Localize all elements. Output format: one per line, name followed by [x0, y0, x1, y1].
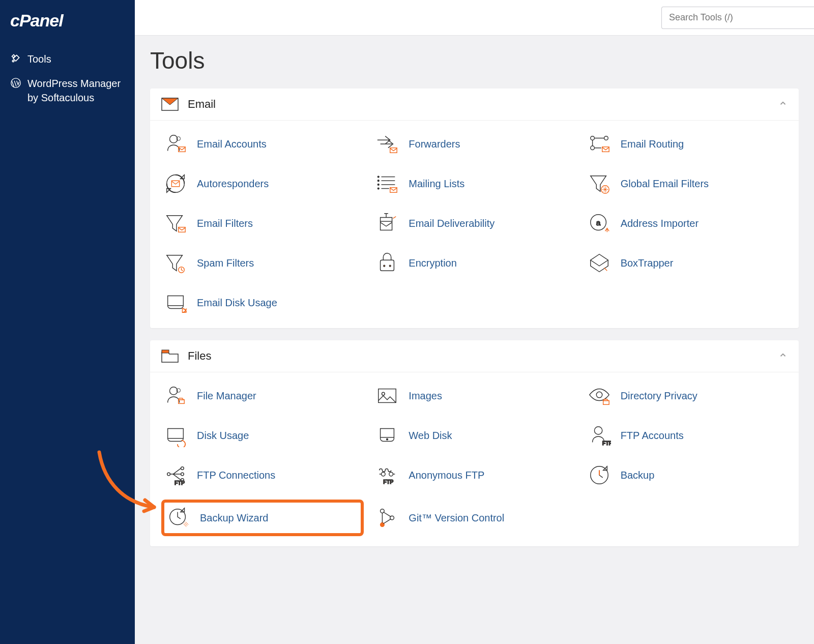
encryption-icon — [375, 251, 399, 275]
git-version-control-icon — [375, 506, 399, 530]
tool-label: FTP Connections — [197, 470, 275, 481]
svg-point-16 — [378, 180, 380, 182]
topbar — [135, 0, 814, 36]
tool-label: Directory Privacy — [621, 390, 697, 402]
mailing-lists-icon — [375, 171, 399, 196]
tool-label: Git™ Version Control — [409, 512, 504, 524]
tool-label: Encryption — [409, 257, 457, 269]
forwarders-icon — [375, 132, 399, 156]
sidebar-item-wordpress-manager[interactable]: WordPress Manager by Softaculous — [10, 71, 125, 110]
email-filters-icon — [163, 211, 188, 236]
svg-point-52 — [389, 472, 393, 476]
backup-wizard-icon — [166, 506, 191, 530]
anonymous-ftp-icon: FTP — [375, 463, 399, 487]
tool-git-version-control[interactable]: Git™ Version Control — [373, 500, 575, 536]
tool-email-filters[interactable]: Email Filters — [161, 208, 364, 239]
svg-point-43 — [387, 438, 388, 440]
tool-anonymous-ftp[interactable]: FTP Anonymous FTP — [373, 460, 575, 490]
tool-label: Email Routing — [621, 138, 684, 150]
panel-body-email: Email Accounts Forwarders — [150, 121, 799, 328]
panel-header-files[interactable]: Files — [150, 340, 799, 372]
svg-text:cPanel: cPanel — [10, 11, 64, 30]
tool-email-routing[interactable]: Email Routing — [585, 129, 788, 159]
directory-privacy-icon — [587, 384, 612, 408]
tool-address-importer[interactable]: a Address Importer — [585, 208, 788, 239]
tool-disk-usage[interactable]: Disk Usage — [161, 420, 364, 451]
disk-usage-icon — [163, 423, 188, 448]
sidebar-item-tools[interactable]: Tools — [10, 47, 125, 71]
tool-label: File Manager — [197, 390, 256, 402]
tool-backup[interactable]: Backup — [585, 460, 788, 490]
svg-rect-22 — [390, 188, 397, 193]
page-title: Tools — [150, 47, 799, 74]
chevron-up-icon — [778, 99, 788, 110]
svg-point-46 — [167, 473, 170, 476]
svg-point-18 — [378, 184, 380, 185]
tool-encryption[interactable]: Encryption — [373, 248, 575, 278]
panel-header-email[interactable]: Email — [150, 89, 799, 121]
tool-label: Address Importer — [621, 218, 699, 229]
tool-email-deliverability[interactable]: Email Deliverability — [373, 208, 575, 239]
tool-ftp-connections[interactable]: FTP FTP Connections — [161, 460, 364, 490]
svg-text:FTP: FTP — [602, 440, 610, 446]
tool-label: Email Filters — [197, 218, 253, 229]
svg-point-47 — [181, 467, 184, 470]
svg-rect-13 — [171, 181, 179, 187]
tool-directory-privacy[interactable]: Directory Privacy — [585, 380, 788, 411]
svg-point-30 — [384, 265, 385, 267]
cpanel-logo: cPanel — [10, 11, 125, 31]
svg-point-14 — [378, 176, 380, 178]
svg-point-10 — [590, 146, 594, 150]
sidebar-item-label: Tools — [27, 52, 125, 66]
tool-file-manager[interactable]: File Manager — [161, 380, 364, 411]
backup-icon — [587, 463, 612, 487]
chevron-up-icon — [778, 350, 788, 362]
tool-label: BoxTrapper — [621, 257, 674, 269]
svg-rect-25 — [381, 221, 392, 230]
tool-ftp-accounts[interactable]: FTP FTP Accounts — [585, 420, 788, 451]
svg-point-51 — [382, 472, 386, 476]
tool-spam-filters[interactable]: Spam Filters — [161, 248, 364, 278]
tool-autoresponders[interactable]: Autoresponders — [161, 168, 364, 199]
tool-label: Forwarders — [409, 138, 460, 150]
tool-label: Backup — [621, 470, 655, 481]
tool-label: Disk Usage — [197, 430, 249, 442]
tool-label: Email Deliverability — [409, 218, 495, 229]
tools-icon — [10, 53, 21, 64]
svg-rect-40 — [603, 401, 609, 405]
svg-point-20 — [378, 188, 380, 189]
svg-point-1 — [12, 60, 14, 62]
tool-boxtrapper[interactable]: BoxTrapper — [585, 248, 788, 278]
svg-rect-33 — [162, 350, 169, 353]
svg-point-48 — [181, 473, 184, 476]
svg-point-38 — [382, 392, 385, 395]
tool-label: Mailing Lists — [409, 178, 464, 190]
email-disk-usage-icon — [163, 290, 188, 315]
search-input[interactable] — [661, 7, 814, 29]
tool-web-disk[interactable]: Web Disk — [373, 420, 575, 451]
tool-label: FTP Accounts — [621, 430, 684, 442]
panel-files: Files File Manager — [150, 340, 799, 546]
sidebar-item-label: WordPress Manager by Softaculous — [27, 76, 125, 105]
svg-text:FTP: FTP — [384, 479, 394, 485]
tool-backup-wizard[interactable]: Backup Wizard — [161, 500, 364, 536]
section-title: Email — [188, 98, 778, 111]
tool-label: Email Disk Usage — [197, 297, 277, 309]
global-email-filters-icon — [587, 171, 612, 196]
panel-email: Email Email Accounts — [150, 89, 799, 328]
tool-forwarders[interactable]: Forwarders — [373, 129, 575, 159]
tool-mailing-lists[interactable]: Mailing Lists — [373, 168, 575, 199]
address-importer-icon: a — [587, 211, 612, 236]
tool-global-email-filters[interactable]: Global Email Filters — [585, 168, 788, 199]
tool-email-disk-usage[interactable]: Email Disk Usage — [161, 287, 364, 318]
tool-images[interactable]: Images — [373, 380, 575, 411]
email-deliverability-icon — [375, 211, 399, 236]
email-accounts-icon — [163, 132, 188, 156]
svg-point-39 — [596, 392, 602, 398]
email-section-icon — [161, 97, 179, 112]
main-content: Tools Email — [135, 0, 814, 644]
tool-email-accounts[interactable]: Email Accounts — [161, 129, 364, 159]
wordpress-icon — [10, 77, 21, 89]
tool-label: Email Accounts — [197, 138, 267, 150]
images-icon — [375, 384, 399, 408]
